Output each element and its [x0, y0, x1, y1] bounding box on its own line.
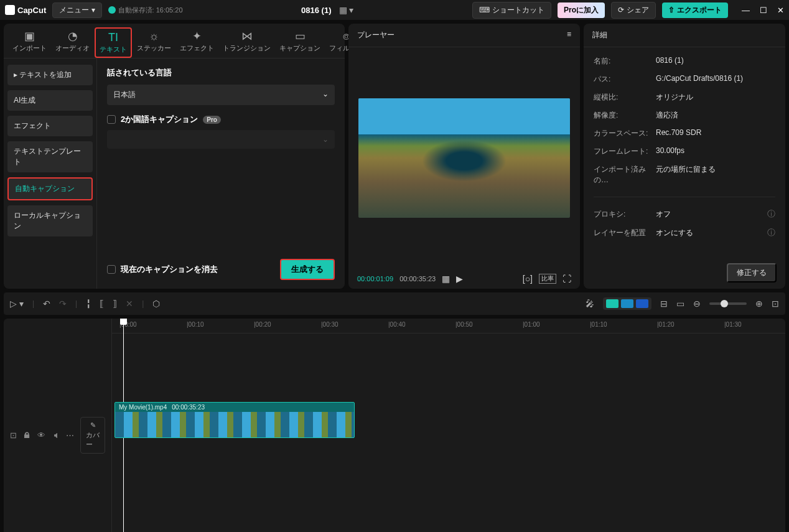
- preview-icon[interactable]: ▭: [676, 299, 684, 309]
- fit-icon[interactable]: ⊡: [772, 299, 779, 309]
- video-preview: [358, 98, 570, 218]
- audio-icon: ◔: [68, 30, 78, 42]
- layout-icon[interactable]: ▦ ▾: [339, 5, 354, 15]
- shield-icon[interactable]: ⬡: [152, 299, 160, 309]
- tab-text[interactable]: TIテキスト: [95, 27, 132, 58]
- lock-icon[interactable]: 🔒︎: [23, 431, 31, 440]
- detail-key-fps: フレームレート:: [594, 146, 656, 157]
- chevron-down-icon: ⌄: [322, 90, 329, 100]
- detail-val-aspect: オリジナル: [656, 92, 693, 103]
- video-clip[interactable]: My Movie(1).mp4 00:00:35:23: [114, 402, 355, 438]
- text-icon: TI: [108, 31, 118, 44]
- ruler-tick: |01:10: [590, 321, 607, 328]
- trim-left-icon[interactable]: ⟦: [100, 299, 104, 309]
- redo-icon[interactable]: ↷: [59, 299, 67, 309]
- delete-icon[interactable]: ✕: [126, 299, 133, 309]
- split-icon[interactable]: ╏: [86, 299, 91, 309]
- menu-button[interactable]: メニュー ▾: [52, 2, 101, 18]
- zoom-slider[interactable]: [709, 302, 747, 305]
- pointer-icon[interactable]: ▷ ▾: [10, 299, 24, 309]
- language-select[interactable]: 日本語 ⌄: [107, 85, 335, 105]
- caption-icon: ▭: [295, 30, 306, 42]
- sidebar-item-template[interactable]: テキストテンプレート: [7, 141, 93, 172]
- fix-button[interactable]: 修正する: [727, 263, 777, 282]
- timeline: ⊡ 🔒︎ 👁 🔈︎ ⋯ ✎ カバー |00:00|00:10|00:20|00:…: [4, 319, 785, 532]
- align-icon[interactable]: ⊟: [660, 299, 668, 309]
- player-panel: プレーヤー ≡ 00:00:01:09 00:00:35:23 ▦ ▶ [○] …: [348, 24, 580, 289]
- sidebar-item-ai-gen[interactable]: AI生成: [7, 90, 93, 111]
- player-menu-icon[interactable]: ≡: [567, 30, 571, 40]
- ruler-tick: |00:30: [321, 321, 338, 328]
- detail-val-resolution: 適応済: [656, 110, 678, 121]
- tab-import[interactable]: ▣インポート: [9, 27, 50, 55]
- ruler-tick: |01:20: [657, 321, 675, 328]
- snap-toggle-group[interactable]: [603, 297, 651, 310]
- time-total: 00:00:35:23: [399, 275, 436, 282]
- undo-icon[interactable]: ↶: [43, 299, 50, 309]
- frame-grid-icon[interactable]: ▦: [442, 274, 450, 284]
- crop-icon[interactable]: [○]: [523, 274, 533, 284]
- share-button[interactable]: ⟳シェア: [611, 2, 656, 19]
- detail-key-resolution: 解像度:: [594, 110, 656, 121]
- detail-val-proxy[interactable]: オフ: [656, 209, 671, 220]
- shortcut-button[interactable]: ⌨ショートカット: [472, 2, 551, 19]
- generate-button[interactable]: 生成する: [280, 259, 335, 280]
- snap-chip-3[interactable]: [636, 299, 648, 308]
- info-icon[interactable]: ⓘ: [767, 208, 775, 220]
- detail-val-layer[interactable]: オンにする: [656, 228, 693, 238]
- zoom-out-icon[interactable]: ⊖: [693, 299, 701, 309]
- tab-caption[interactable]: ▭キャプション: [276, 27, 324, 55]
- detail-key-proxy: プロキシ:: [594, 209, 656, 220]
- ruler-tick: |00:50: [455, 321, 473, 328]
- bilingual-select-disabled: ⌄: [107, 130, 335, 149]
- sidebar-item-add-text[interactable]: テキストを追加: [7, 65, 93, 85]
- mic-icon[interactable]: 🎤︎: [586, 299, 594, 309]
- ruler-tick: |00:40: [388, 321, 406, 328]
- player-viewport[interactable]: [348, 47, 580, 269]
- window-controls: — ☐ ✕: [742, 6, 784, 15]
- tab-effect[interactable]: ✦エフェクト: [176, 27, 218, 55]
- trim-right-icon[interactable]: ⟧: [113, 299, 117, 309]
- export-button[interactable]: ⇧エクスポート: [662, 2, 728, 18]
- autosave-status: 自動保存済: 16:05:20: [108, 6, 183, 15]
- bilingual-checkbox[interactable]: [107, 115, 116, 124]
- pencil-icon: ✎: [90, 421, 96, 429]
- effect-icon: ✦: [192, 30, 202, 42]
- ruler-tick: |01:00: [523, 321, 540, 328]
- cover-button[interactable]: ✎ カバー: [80, 417, 105, 454]
- snap-chip-2[interactable]: [621, 299, 633, 308]
- timeline-track-header: ⊡ 🔒︎ 👁 🔈︎ ⋯ ✎ カバー: [4, 319, 112, 532]
- mute-icon[interactable]: 🔈︎: [52, 431, 60, 440]
- clear-checkbox[interactable]: [107, 265, 116, 274]
- detail-val-name: 0816 (1): [656, 56, 684, 67]
- tab-transition[interactable]: ⋈トランジション: [219, 27, 274, 55]
- sidebar-item-auto-caption[interactable]: 自動キャプション: [7, 177, 93, 200]
- maximize-icon[interactable]: ☐: [760, 6, 767, 15]
- minimize-icon[interactable]: —: [742, 6, 750, 15]
- snap-chip-1[interactable]: [606, 299, 619, 308]
- check-icon: [108, 6, 116, 14]
- details-header: 詳細: [584, 24, 785, 47]
- info-icon[interactable]: ⓘ: [767, 227, 775, 238]
- track-add-icon[interactable]: ⊡: [10, 431, 17, 440]
- fullscreen-icon[interactable]: ⛶: [563, 274, 571, 284]
- more-icon[interactable]: ⋯: [66, 431, 74, 440]
- share-icon: ⟳: [618, 6, 624, 14]
- chevron-down-icon: ⌄: [322, 135, 329, 144]
- sidebar-item-effect[interactable]: エフェクト: [7, 116, 93, 136]
- detail-key-aspect: 縦横比:: [594, 92, 656, 103]
- tab-sticker[interactable]: ☼ステッカー: [133, 27, 175, 55]
- eye-icon[interactable]: 👁: [37, 431, 45, 440]
- pro-button[interactable]: Proに加入: [558, 2, 605, 18]
- timeline-tracks[interactable]: |00:00|00:10|00:20|00:30|00:40|00:50|01:…: [112, 319, 785, 532]
- zoom-in-icon[interactable]: ⊕: [755, 299, 763, 309]
- autosave-text: 自動保存済: 16:05:20: [118, 6, 183, 15]
- play-icon[interactable]: ▶: [456, 274, 463, 284]
- tab-audio[interactable]: ◔オーディオ: [52, 27, 93, 55]
- ratio-button[interactable]: 比率: [539, 274, 556, 284]
- detail-key-layer: レイヤーを配置: [594, 228, 656, 238]
- timeline-ruler[interactable]: |00:00|00:10|00:20|00:30|00:40|00:50|01:…: [112, 319, 785, 334]
- export-icon: ⇧: [668, 6, 675, 14]
- close-icon[interactable]: ✕: [777, 6, 784, 15]
- sidebar-item-local-caption[interactable]: ローカルキャプション: [7, 205, 93, 236]
